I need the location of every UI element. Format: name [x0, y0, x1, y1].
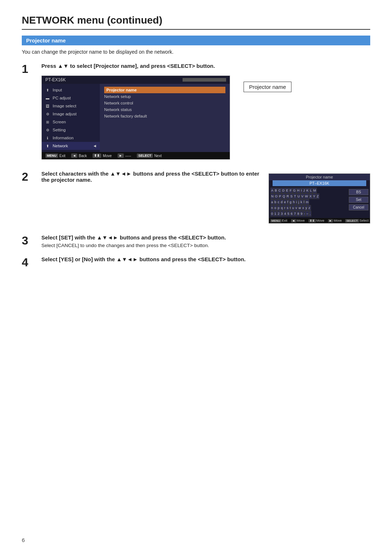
menu-label-input: Input [53, 88, 62, 92]
char-e: e [283, 199, 287, 205]
char-endash: – [306, 211, 309, 217]
char-ui-title: Projector name [269, 174, 370, 180]
projector-submenu: Projector name Network setup Network con… [100, 84, 230, 152]
char-u: u [291, 205, 295, 211]
menu-item-imageadjust: ⚙ Image adjust [42, 110, 100, 118]
char-G: G [293, 188, 297, 193]
char-r: r [283, 205, 286, 211]
information-icon: ℹ [45, 135, 50, 140]
char-8: 8 [297, 211, 300, 217]
submenu-projector-name: Projector name [104, 87, 225, 93]
char-9: 9 [300, 211, 303, 217]
menu-item-input: ⬆ Input [42, 86, 100, 94]
char-footer-move-right: ► Move [328, 219, 342, 222]
char-S: S [290, 193, 293, 199]
section-title-bar: Projector name [22, 36, 370, 45]
right-key: ► [118, 153, 124, 158]
bs-button[interactable]: BS [349, 189, 368, 195]
menu-label-imageadjust: Image adjust [53, 112, 77, 116]
char-v: v [295, 205, 298, 211]
step-4-title: Select [YES] or [No] with the ▲▼◄► butto… [41, 256, 370, 262]
char-o: o [274, 205, 277, 211]
menu-label-imageselect: Image select [53, 104, 76, 108]
network-icon: ⬆ [45, 143, 50, 148]
char-grid: ABCDEFGHIJKLM NOPQRSTUVWXYZ abcdefghijkl… [270, 188, 347, 217]
screen-icon: ⊞ [45, 119, 50, 124]
char-3: 3 [280, 211, 283, 217]
char-ui-footer: MENU Exit ◄ Move ⬆⬇ Move ► Move [269, 218, 370, 223]
section-description: You can change the projector name to be … [22, 49, 370, 55]
footer-exit: MENU Exit [45, 153, 65, 158]
submenu-network-control: Network control [104, 100, 225, 106]
projector-name-annotation: Projector name [244, 82, 291, 92]
network-arrow-icon: ◄ [93, 144, 97, 148]
char-k: k [300, 199, 303, 205]
menu-item-screen: ⊞ Screen [42, 118, 100, 126]
char-5: 5 [287, 211, 290, 217]
char-row-upper1: ABCDEFGHIJKLM [270, 188, 347, 193]
menu-key: MENU [45, 153, 58, 158]
input-icon: ⬆ [45, 87, 50, 93]
menu-item-network: ⬆ Network ◄ [42, 142, 100, 150]
step-3-content: Select [SET] with the ▲▼◄► buttons and p… [41, 234, 370, 248]
char-row-lower1: abcdefghijklm [270, 199, 347, 205]
char-C: C [278, 188, 282, 193]
char-1: 1 [274, 211, 277, 217]
step-1-number: 1 [22, 63, 38, 75]
char-Q: Q [282, 193, 286, 199]
footer-back-label: Back [79, 154, 87, 158]
char-footer-move-left-label: Move [297, 219, 305, 222]
step-3-number: 3 [22, 234, 38, 247]
char-ui-input: PT–EX16K [273, 180, 366, 186]
submenu-network-setup: Network setup [104, 93, 225, 100]
char-X: X [309, 193, 313, 199]
char-select-ui: Projector name PT–EX16K ABCDEFGHIJKLM NO… [269, 173, 370, 223]
char-footer-move-updown-label: Move [317, 219, 324, 222]
char-K: K [306, 188, 309, 193]
menu-label-setting: Setting [53, 128, 66, 132]
char-0: 0 [270, 211, 274, 217]
char-footer-exit-label: Exit [282, 219, 287, 222]
char-F: F [289, 188, 293, 193]
step-4-number: 4 [22, 256, 38, 269]
char-D: D [282, 188, 286, 193]
step-4: 4 Select [YES] or [No] with the ▲▼◄► but… [22, 256, 370, 269]
char-x: x [302, 205, 305, 211]
char-p: p [277, 205, 280, 211]
char-footer-select: SELECT Select [345, 219, 368, 222]
cancel-button[interactable]: Cancel [349, 204, 368, 210]
char-left-key: ◄ [291, 219, 296, 222]
char-right-key: ► [328, 219, 333, 222]
char-m-lower: m [305, 199, 310, 205]
step-2-title: Select characters with the ▲▼◄► buttons … [41, 171, 261, 183]
char-H: H [297, 188, 301, 193]
pcadjust-icon: ▬ [45, 95, 50, 100]
menu-item-imageselect: 🖼 Image select [42, 102, 100, 110]
char-J: J [303, 188, 306, 193]
char-row-lower2: nopqrstuvwxyz [270, 205, 347, 211]
char-A: A [270, 188, 274, 193]
step-3-sub: Select [CANCEL] to undo the changes and … [41, 243, 370, 248]
set-button[interactable]: Set [349, 197, 368, 203]
step-4-content: Select [YES] or [No] with the ▲▼◄► butto… [41, 256, 370, 264]
char-N: N [270, 193, 274, 199]
char-Z: Z [316, 193, 320, 199]
char-R: R [286, 193, 290, 199]
projector-body: ⬆ Input ▬ PC adjust 🖼 Image select ⚙ [42, 84, 230, 152]
char-O: O [274, 193, 278, 199]
char-dash: - [303, 211, 306, 217]
char-y: y [305, 205, 308, 211]
back-key: ◄ [71, 153, 77, 158]
menu-label-pcadjust: PC adjust [53, 96, 71, 100]
char-ui-right-buttons: BS Set Cancel [349, 189, 368, 217]
char-M: M [313, 188, 317, 193]
char-L: L [309, 188, 313, 193]
char-n: n [270, 205, 274, 211]
imageadjust-icon: ⚙ [45, 111, 50, 116]
step-1-layout: PT-EX16K ⬆ Input ▬ PC adjust [41, 71, 370, 163]
char-row-upper2: NOPQRSTUVWXYZ [270, 193, 347, 199]
menu-label-screen: Screen [53, 120, 66, 124]
projector-left-menu: ⬆ Input ▬ PC adjust 🖼 Image select ⚙ [42, 84, 100, 152]
move-key: ⬆⬇ [93, 153, 101, 158]
char-6: 6 [290, 211, 293, 217]
